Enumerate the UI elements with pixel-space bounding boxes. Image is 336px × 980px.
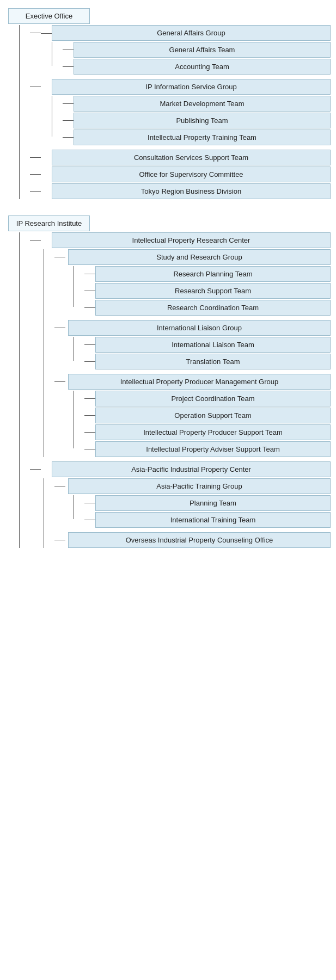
ip-adviser-support-team: Intellectual Property Adviser Support Te… — [95, 441, 331, 457]
publishing-team: Publishing Team — [74, 113, 331, 128]
research-support-team: Research Support Team — [95, 283, 331, 299]
translation-team: Translation Team — [95, 354, 331, 369]
operation-support-team: Operation Support Team — [95, 408, 331, 423]
executive-section: Exective Office General Affairs Group — [5, 8, 331, 199]
project-coord-team: Project Coordination Team — [95, 391, 331, 406]
ip-producer-support-team: Intellectual Property Producer Support T… — [95, 424, 331, 440]
research-coord-team: Research Coordination Team — [95, 300, 331, 316]
planning-team: Planning Team — [95, 495, 331, 511]
ip-research-center: Intellectual Property Research Center — [52, 232, 331, 248]
consultation-team: Consultation Services Support Team — [52, 150, 331, 165]
research-planning-team: Research Planning Team — [95, 266, 331, 282]
asia-pacific-training-group: Asia-Pacific Training Group — [68, 478, 331, 494]
overseas-counseling-office: Overseas Industrial Property Counseling … — [68, 532, 331, 548]
intl-liaison-team: International Liaison Team — [95, 337, 331, 353]
ip-training-team: Intellectual Property Training Team — [74, 130, 331, 145]
supervisory-office: Office for Supervisory Committee — [52, 167, 331, 182]
ip-producer-mgmt-group: Intellectual Property Producer Managemen… — [68, 374, 331, 390]
tokyo-division: Tokyo Region Business Division — [52, 183, 331, 199]
org-chart: Exective Office General Affairs Group — [0, 5, 336, 567]
root-research: IP Research Institute — [8, 215, 90, 231]
research-section: IP Research Institute Intellectual Prope… — [5, 215, 331, 548]
root-executive: Exective Office — [8, 8, 90, 24]
intl-liaison-group: International Liaison Group — [68, 320, 331, 336]
study-research-group: Study and Research Group — [68, 249, 331, 265]
intl-training-team: International Training Team — [95, 512, 331, 528]
accounting-team: Accounting Team — [74, 59, 331, 75]
general-affairs-group: General Affairs Group — [52, 25, 331, 41]
ip-info-service-group: IP Information Service Group — [52, 79, 331, 95]
general-affairs-team: General Affairs Team — [74, 42, 331, 58]
asia-pacific-center: Asia-Pacific Industrial Property Center — [52, 461, 331, 477]
market-dev-team: Market Development Team — [74, 96, 331, 112]
